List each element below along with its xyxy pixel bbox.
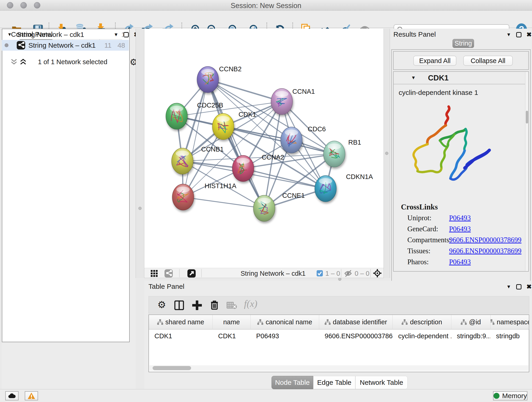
main-toolbar: ?	[0, 11, 532, 28]
cloud-icon	[8, 393, 16, 399]
expand-all-button[interactable]: Expand All	[413, 56, 456, 66]
node-RB1[interactable]	[323, 141, 345, 167]
crosslink-pharos-link[interactable]: P06493	[449, 258, 471, 266]
app-window: Session: New Session	[0, 0, 532, 402]
splitter-handle-icon[interactable]	[138, 207, 142, 210]
table-header-row[interactable]: shared namenamecanonical namedatabase id…	[149, 315, 529, 330]
tree-row-network[interactable]: String Network – cdk1 11 48	[2, 40, 129, 51]
table-cell[interactable]: stringdb:9...	[451, 330, 491, 340]
panel-menu-icon[interactable]: ▼	[506, 284, 511, 289]
float-panel-icon[interactable]	[516, 284, 521, 289]
node-CCNA1[interactable]	[271, 89, 293, 115]
node-CCNE1[interactable]	[253, 195, 275, 221]
node-CCNB1[interactable]	[172, 148, 193, 174]
table-row[interactable]: CDK1CDK1P064939606.ENSP00000378699cyclin…	[149, 330, 529, 340]
hidden-eye-slash-icon[interactable]	[344, 270, 353, 277]
protein-name: CDK1	[428, 74, 449, 82]
crosslink-tissues-link[interactable]: 9606.ENSP00000378699	[449, 247, 521, 255]
detach-view-icon[interactable]	[187, 269, 196, 278]
crosslink-label: Compartments:	[407, 236, 451, 244]
node-CCNA2[interactable]	[232, 155, 254, 182]
separator	[341, 269, 341, 277]
column-header-canonical-name[interactable]: canonical name	[251, 315, 319, 329]
node-CDC25B[interactable]	[166, 103, 187, 129]
panel-menu-icon[interactable]: ▼	[506, 32, 511, 37]
network-view-icon[interactable]	[165, 269, 173, 278]
function-builder-icon[interactable]: f(x)	[244, 298, 257, 309]
column-header-namespace[interactable]: namespace	[491, 315, 529, 329]
table-cell[interactable]: CDK1	[149, 330, 213, 340]
network-view-title: String Network – cdk1	[241, 270, 306, 277]
close-panel-icon[interactable]: ✖	[526, 283, 532, 290]
node-CCNB2[interactable]	[197, 66, 219, 93]
tab-node-table[interactable]: Node Table	[272, 376, 313, 389]
right-splitter[interactable]	[384, 29, 390, 278]
splitter-handle-icon[interactable]	[338, 278, 341, 281]
chevron-down-icon[interactable]: ▼	[7, 32, 12, 37]
hidden-count: 0 – 0	[355, 270, 370, 277]
network-node-count: 11	[104, 41, 111, 49]
network-edge-count: 48	[118, 41, 125, 49]
node-CDK1[interactable]	[212, 114, 234, 140]
table-cell[interactable]: stringdb	[491, 330, 529, 340]
table-body[interactable]: CDK1CDK1P064939606.ENSP00000378699cyclin…	[149, 330, 529, 340]
column-header--id[interactable]: @id	[451, 315, 491, 329]
table-cell[interactable]: 9606.ENSP00000378699	[319, 330, 393, 340]
collapse-all-button[interactable]: Collapse All	[463, 56, 513, 66]
float-panel-icon[interactable]	[516, 32, 521, 37]
close-panel-icon[interactable]: ✖	[526, 31, 532, 38]
warnings-button[interactable]	[25, 391, 38, 400]
edge-CCNB2-CCNA1[interactable]	[208, 80, 282, 102]
table-horizontal-scrollbar[interactable]	[149, 365, 528, 371]
crosslink-genecard-link[interactable]: P06493	[449, 225, 471, 233]
columns-icon[interactable]	[174, 300, 184, 310]
tree-row-collection[interactable]: ▼ String Network – cdk1 1	[2, 29, 129, 40]
selected-checkbox-icon[interactable]	[317, 270, 323, 276]
node-label-CDKN1A: CDKN1A	[346, 173, 373, 181]
crosslink-compartments-link[interactable]: 9606.ENSP00000378699	[449, 236, 521, 244]
column-header-shared-name[interactable]: shared name	[149, 315, 213, 329]
network-label: String Network – cdk1	[28, 41, 95, 49]
tab-network-table[interactable]: Network Table	[355, 376, 408, 389]
table-cell[interactable]: cyclin-dependent ...	[393, 330, 451, 340]
left-splitter[interactable]	[136, 29, 144, 278]
tab-string[interactable]: String	[452, 39, 474, 48]
column-header-database-identifier[interactable]: database identifier	[319, 315, 393, 329]
selected-count: 1 – 0	[325, 270, 340, 277]
cloud-button[interactable]	[5, 391, 19, 400]
memory-button[interactable]: Memory	[493, 391, 527, 400]
grid-view-icon[interactable]	[151, 270, 158, 277]
title-bar: Session: New Session	[0, 0, 532, 11]
edge-HIST1H1A-CCNE1[interactable]	[183, 197, 264, 208]
tab-edge-table[interactable]: Edge Table	[313, 376, 355, 389]
add-column-icon[interactable]	[192, 300, 202, 310]
column-header-name[interactable]: name	[213, 315, 251, 329]
gear-icon[interactable]: ⚙	[157, 299, 166, 310]
control-panel: Control Panel ▼ ✖ Network Style Select S…	[2, 29, 136, 389]
network-canvas[interactable]: CCNB2CCNA1CDC25BCDK1CDC6RB1CCNB1CCNA2CDK…	[144, 29, 384, 268]
scrollbar-thumb[interactable]	[152, 366, 191, 370]
column-header-description[interactable]: description	[393, 315, 451, 329]
crosslink-label: Tissues:	[407, 247, 431, 255]
node-CDKN1A[interactable]	[315, 176, 336, 202]
node-label-CDC6: CDC6	[308, 125, 326, 133]
delete-trash-icon[interactable]	[210, 300, 219, 310]
crosslink-uniprot-link[interactable]: P06493	[449, 214, 471, 222]
network-selection-status: 1 of 1 Network selected	[9, 58, 137, 66]
results-scrollbar[interactable]	[525, 72, 528, 271]
hierarchy-icon	[461, 319, 467, 325]
birdseye-crosshair-icon[interactable]	[373, 269, 382, 278]
hierarchy-icon	[157, 319, 163, 325]
delete-table-icon[interactable]	[227, 302, 237, 309]
node-CDC6[interactable]	[281, 127, 302, 153]
splitter-handle-icon[interactable]	[385, 152, 388, 155]
table-cell[interactable]: P06493	[251, 330, 319, 340]
separator	[201, 269, 202, 277]
chevron-down-icon[interactable]: ▼	[411, 75, 416, 80]
hierarchy-icon	[257, 319, 263, 325]
network-graph[interactable]	[144, 29, 384, 268]
scrollbar-thumb[interactable]	[526, 111, 528, 123]
node-HIST1H1A[interactable]	[172, 184, 194, 210]
table-toolbar: ⚙ f(x)	[148, 296, 529, 313]
table-cell[interactable]: CDK1	[213, 330, 251, 340]
